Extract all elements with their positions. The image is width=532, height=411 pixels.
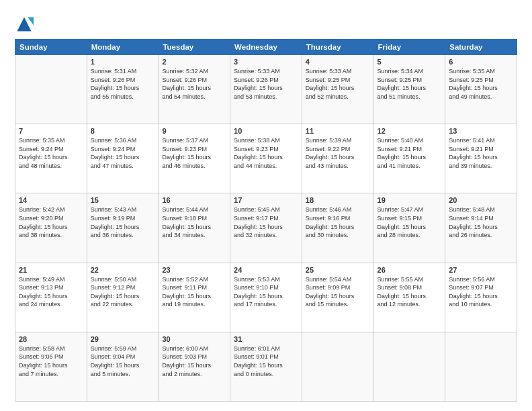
day-number: 30 [162,335,226,343]
day-number: 14 [19,196,83,204]
logo [15,15,36,34]
calendar-cell [15,55,87,124]
day-info: Sunrise: 5:56 AM Sunset: 9:07 PM Dayligh… [449,275,513,309]
calendar-cell: 20Sunrise: 5:48 AM Sunset: 9:14 PM Dayli… [445,193,517,263]
calendar-cell: 5Sunrise: 5:34 AM Sunset: 9:25 PM Daylig… [373,55,445,124]
day-number: 25 [306,266,370,274]
calendar-cell: 3Sunrise: 5:33 AM Sunset: 9:26 PM Daylig… [230,55,302,124]
day-info: Sunrise: 5:55 AM Sunset: 9:08 PM Dayligh… [378,275,442,309]
week-row-1: 1Sunrise: 5:31 AM Sunset: 9:26 PM Daylig… [15,55,517,124]
day-number: 27 [449,266,513,274]
day-info: Sunrise: 5:58 AM Sunset: 9:05 PM Dayligh… [19,345,83,378]
day-info: Sunrise: 5:53 AM Sunset: 9:10 PM Dayligh… [234,275,298,309]
day-info: Sunrise: 5:35 AM Sunset: 9:25 PM Dayligh… [449,67,513,101]
week-row-2: 7Sunrise: 5:35 AM Sunset: 9:24 PM Daylig… [15,124,517,193]
weekday-header-friday: Friday [373,40,445,55]
svg-marker-1 [28,17,34,26]
day-number: 4 [306,58,370,66]
day-number: 22 [91,266,155,274]
day-number: 11 [306,127,370,135]
calendar-cell: 19Sunrise: 5:47 AM Sunset: 9:15 PM Dayli… [373,193,445,263]
calendar-cell: 14Sunrise: 5:42 AM Sunset: 9:20 PM Dayli… [15,193,87,263]
calendar-cell: 1Sunrise: 5:31 AM Sunset: 9:26 PM Daylig… [87,55,159,124]
calendar-cell: 31Sunrise: 6:01 AM Sunset: 9:01 PM Dayli… [230,332,302,401]
day-number: 8 [91,127,155,135]
week-row-5: 28Sunrise: 5:58 AM Sunset: 9:05 PM Dayli… [15,332,517,401]
day-number: 23 [162,266,226,274]
calendar-cell: 15Sunrise: 5:43 AM Sunset: 9:19 PM Dayli… [87,193,159,263]
day-info: Sunrise: 5:49 AM Sunset: 9:13 PM Dayligh… [19,275,83,309]
day-info: Sunrise: 5:39 AM Sunset: 9:22 PM Dayligh… [306,136,370,170]
day-info: Sunrise: 5:40 AM Sunset: 9:21 PM Dayligh… [378,136,442,170]
header [15,12,517,34]
calendar-cell: 18Sunrise: 5:46 AM Sunset: 9:16 PM Dayli… [302,193,373,263]
day-info: Sunrise: 5:52 AM Sunset: 9:11 PM Dayligh… [162,275,226,309]
weekday-header-thursday: Thursday [302,40,373,55]
day-number: 12 [378,127,442,135]
day-info: Sunrise: 5:37 AM Sunset: 9:23 PM Dayligh… [162,136,226,170]
day-info: Sunrise: 5:43 AM Sunset: 9:19 PM Dayligh… [91,205,155,239]
day-info: Sunrise: 5:59 AM Sunset: 9:04 PM Dayligh… [91,345,155,378]
calendar-cell [302,332,373,401]
calendar-cell: 12Sunrise: 5:40 AM Sunset: 9:21 PM Dayli… [373,124,445,193]
day-number: 29 [91,335,155,343]
weekday-header-wednesday: Wednesday [230,40,302,55]
page: SundayMondayTuesdayWednesdayThursdayFrid… [0,0,532,411]
day-number: 2 [162,58,226,66]
day-number: 21 [19,266,83,274]
day-number: 1 [91,58,155,66]
calendar-cell: 27Sunrise: 5:56 AM Sunset: 9:07 PM Dayli… [445,263,517,332]
day-number: 17 [234,196,298,204]
day-info: Sunrise: 5:54 AM Sunset: 9:09 PM Dayligh… [306,275,370,309]
day-info: Sunrise: 5:35 AM Sunset: 9:24 PM Dayligh… [19,136,83,170]
day-number: 10 [234,127,298,135]
day-number: 7 [19,127,83,135]
day-info: Sunrise: 5:32 AM Sunset: 9:26 PM Dayligh… [162,67,226,101]
day-number: 15 [91,196,155,204]
day-number: 3 [234,58,298,66]
day-info: Sunrise: 5:42 AM Sunset: 9:20 PM Dayligh… [19,205,83,239]
day-number: 6 [449,58,513,66]
day-info: Sunrise: 6:01 AM Sunset: 9:01 PM Dayligh… [234,345,298,378]
day-info: Sunrise: 5:33 AM Sunset: 9:25 PM Dayligh… [306,67,370,101]
day-number: 24 [234,266,298,274]
day-info: Sunrise: 5:47 AM Sunset: 9:15 PM Dayligh… [378,205,442,239]
calendar-cell: 29Sunrise: 5:59 AM Sunset: 9:04 PM Dayli… [87,332,159,401]
calendar-cell [445,332,517,401]
day-info: Sunrise: 5:41 AM Sunset: 9:21 PM Dayligh… [449,136,513,170]
day-number: 9 [162,127,226,135]
day-info: Sunrise: 5:36 AM Sunset: 9:24 PM Dayligh… [91,136,155,170]
calendar-cell: 21Sunrise: 5:49 AM Sunset: 9:13 PM Dayli… [15,263,87,332]
week-row-4: 21Sunrise: 5:49 AM Sunset: 9:13 PM Dayli… [15,263,517,332]
calendar-cell: 10Sunrise: 5:38 AM Sunset: 9:23 PM Dayli… [230,124,302,193]
calendar-cell: 22Sunrise: 5:50 AM Sunset: 9:12 PM Dayli… [87,263,159,332]
day-info: Sunrise: 5:34 AM Sunset: 9:25 PM Dayligh… [378,67,442,101]
day-info: Sunrise: 5:31 AM Sunset: 9:26 PM Dayligh… [91,67,155,101]
calendar-cell: 24Sunrise: 5:53 AM Sunset: 9:10 PM Dayli… [230,263,302,332]
calendar-cell: 11Sunrise: 5:39 AM Sunset: 9:22 PM Dayli… [302,124,373,193]
day-number: 20 [449,196,513,204]
calendar-cell: 28Sunrise: 5:58 AM Sunset: 9:05 PM Dayli… [15,332,87,401]
calendar-table: SundayMondayTuesdayWednesdayThursdayFrid… [15,39,517,402]
day-info: Sunrise: 5:48 AM Sunset: 9:14 PM Dayligh… [449,205,513,239]
calendar-cell: 2Sunrise: 5:32 AM Sunset: 9:26 PM Daylig… [159,55,230,124]
day-number: 18 [306,196,370,204]
day-number: 19 [378,196,442,204]
weekday-header-sunday: Sunday [15,40,87,55]
week-row-3: 14Sunrise: 5:42 AM Sunset: 9:20 PM Dayli… [15,193,517,263]
weekday-header-row: SundayMondayTuesdayWednesdayThursdayFrid… [15,40,517,55]
calendar-cell [373,332,445,401]
calendar-cell: 4Sunrise: 5:33 AM Sunset: 9:25 PM Daylig… [302,55,373,124]
calendar-cell: 23Sunrise: 5:52 AM Sunset: 9:11 PM Dayli… [159,263,230,332]
calendar-cell: 25Sunrise: 5:54 AM Sunset: 9:09 PM Dayli… [302,263,373,332]
calendar-cell: 8Sunrise: 5:36 AM Sunset: 9:24 PM Daylig… [87,124,159,193]
day-number: 13 [449,127,513,135]
calendar-cell: 13Sunrise: 5:41 AM Sunset: 9:21 PM Dayli… [445,124,517,193]
day-info: Sunrise: 5:33 AM Sunset: 9:26 PM Dayligh… [234,67,298,101]
weekday-header-tuesday: Tuesday [159,40,230,55]
day-info: Sunrise: 5:38 AM Sunset: 9:23 PM Dayligh… [234,136,298,170]
calendar-cell: 30Sunrise: 6:00 AM Sunset: 9:03 PM Dayli… [159,332,230,401]
day-number: 16 [162,196,226,204]
calendar-cell: 9Sunrise: 5:37 AM Sunset: 9:23 PM Daylig… [159,124,230,193]
day-number: 5 [378,58,442,66]
